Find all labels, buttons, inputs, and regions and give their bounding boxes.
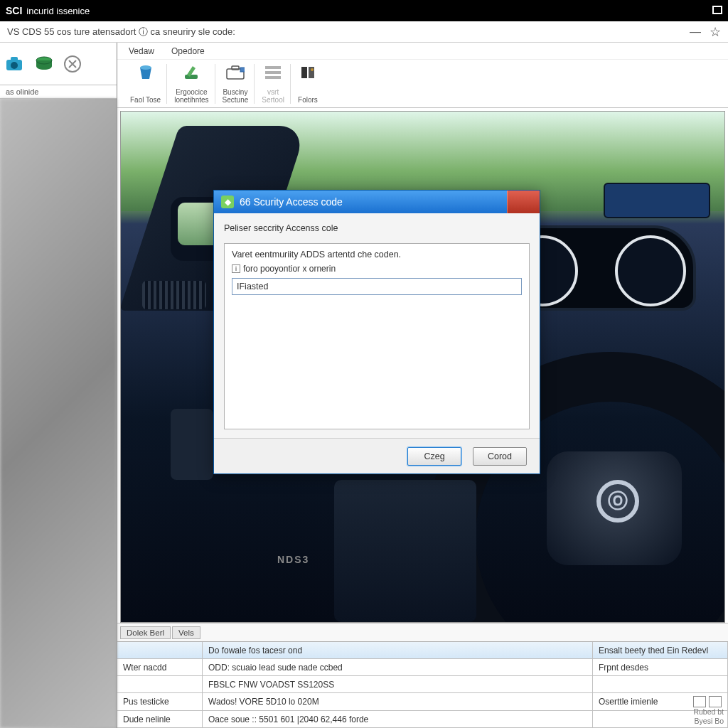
info-cell: Pus testicke [117,693,203,711]
main-area: Vedaw Opedore Faol Tose Ergoocice loneti… [117,43,728,728]
svg-rect-11 [265,66,281,69]
disk-icon[interactable] [33,53,55,75]
camera-icon[interactable] [4,53,27,75]
footer-credits: Rubed bt Byesi Bo [693,707,724,727]
info-cell: Wados! VORE 5D10 lo 020M [203,693,593,711]
menu-item-view[interactable]: Vedaw [129,46,154,56]
security-access-dialog: ◆ 66 Scurity Access code Peliser seccrit… [213,190,540,474]
svg-rect-9 [232,66,239,70]
info-panel: Do fowale fos tacesr ond Ensalt beety th… [117,641,728,728]
info-cell [593,676,728,693]
ribbon-item-diagnose[interactable]: Ergoocice lonetihntes [168,64,215,104]
ribbon-item-settings[interactable]: vsrt Sertool [256,64,291,104]
info-cell: ODD: scuaio lead sude nade ccbed [203,659,593,676]
app-subtitle: incurid issenice [26,6,90,16]
svg-rect-1 [11,57,18,61]
svg-rect-10 [240,68,245,72]
ribbon-label-sub: Sectune [223,96,249,104]
shield-icon: ◆ [221,196,234,208]
sidebar-preview-blur [0,99,117,728]
content-viewport: ⓞ NDS3 ◆ 66 Scurity Access code Peliser … [120,111,725,623]
ribbon-toolbar: Faol Tose Ergoocice lonetihntes Busciny … [117,60,728,108]
dialog-instruction: Varet eentmuriity ADDS artentd che coden… [232,250,522,259]
ribbon-label: vsrt [262,88,284,96]
bottom-tab[interactable]: Dolek Berl [120,626,171,639]
palette-icon [298,64,318,81]
bottom-tab-strip: Dolek Berl Vels [117,623,728,641]
svg-rect-14 [301,67,307,78]
sidebar-icon-row [0,43,117,85]
svg-rect-7 [185,75,198,79]
info-cell [117,676,203,693]
window-maximize-button[interactable] [712,6,722,16]
ribbon-item-security[interactable]: Busciny Sectune [217,64,255,104]
dialog-cancel-button[interactable]: Corod [473,447,527,466]
menu-strip: Vedaw Opedore [117,43,728,60]
window-titlebar-dark: SCI incurid issenice [0,0,728,21]
dialog-content-box: Varet eentmuriity ADDS artentd che coden… [224,243,530,429]
dialog-button-row: Czeg Corod [214,438,540,473]
briefcase-icon [225,64,245,81]
ribbon-label-sub: Sertool [262,96,284,104]
dialog-titlebar[interactable]: ◆ 66 Scurity Access code [214,191,540,213]
info-cell: Dude nelinle [117,711,203,728]
bottom-tab[interactable]: Vels [172,626,200,639]
dialog-subtitle: Peliser seccrity Accenss cole [224,222,530,237]
vehicle-brand-text: NDS3 [277,554,309,565]
info-cell: Oace soue :: 5501 601 |2040 62,446 forde [203,711,593,728]
security-code-input[interactable] [232,278,522,295]
grid-icon[interactable] [709,696,722,707]
subtitle-text: VS CDS 55 cos ture atensadort ⓘ ca sneur… [7,26,235,38]
ribbon-item-fault-codes[interactable]: Faol Tose [124,64,167,104]
ribbon-label-sub: lonetihntes [174,96,208,104]
connector-icon[interactable] [61,53,84,75]
dialog-ok-button[interactable]: Czeg [407,447,461,466]
window-menubar: VS CDS 55 cos ture atensadort ⓘ ca sneur… [0,21,728,43]
svg-rect-12 [265,71,281,74]
info-cell: Ensalt beety thed Ein Redevl [593,642,728,659]
bucket-icon [136,64,156,81]
info-cell [117,642,203,659]
window-minimize-button[interactable]: — [690,26,701,38]
ribbon-label: Ergoocice [174,88,208,96]
maximize-icon [712,6,722,14]
info-cell: FBSLC FNW VOADST SS120SS [203,676,593,693]
svg-point-6 [140,65,151,70]
wand-icon [181,64,201,81]
grid-icon[interactable] [693,696,706,707]
dialog-close-button[interactable] [507,191,540,213]
favorite-star-icon[interactable]: ☆ [710,24,721,40]
dialog-title: 66 Scurity Access code [240,196,343,208]
workspace: as olinide Vedaw Opedore Faol Tose Ergoo [0,43,728,728]
ribbon-item-colors[interactable]: Folors [292,64,323,104]
ribbon-label: Busciny [223,88,249,96]
info-cell: Frpnt desdes [593,659,728,676]
svg-rect-13 [265,76,281,79]
ribbon-label: Folors [298,96,318,104]
info-cell: Do fowale fos tacesr ond [203,642,593,659]
svg-point-16 [311,68,314,71]
left-sidebar: as olinide [0,43,117,728]
menu-item-operate[interactable]: Opedore [171,46,205,56]
list-icon [263,64,283,81]
ribbon-label: Faol Tose [130,96,161,104]
dialog-field-label: i foro pooyontior x ornerin [232,264,522,274]
info-icon: i [232,264,240,273]
sidebar-label: as olinide [0,85,117,99]
app-brand: SCI [6,5,22,16]
dialog-body: Peliser seccrity Accenss cole Varet eent… [214,213,540,438]
info-cell: Wter nacdd [117,659,203,676]
svg-point-2 [11,62,18,69]
